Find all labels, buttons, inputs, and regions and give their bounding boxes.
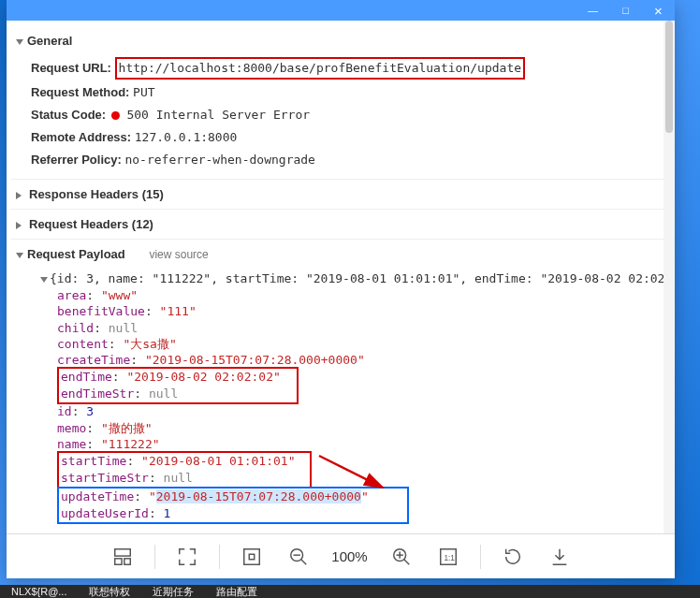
status-code-label: Status Code: xyxy=(31,108,106,122)
svg-rect-3 xyxy=(124,558,129,563)
request-payload-toggle[interactable]: Request Payload view source xyxy=(10,239,671,265)
taskbar-item[interactable]: NLX${R@... xyxy=(11,586,66,597)
zoom-in-icon[interactable] xyxy=(386,542,416,572)
svg-line-7 xyxy=(300,559,306,564)
request-url-value: http://localhost:8000/base/profBenefitEv… xyxy=(119,61,521,75)
zoom-out-icon[interactable] xyxy=(284,542,314,572)
svg-rect-2 xyxy=(114,558,121,563)
titlebar: — □ × xyxy=(7,0,675,21)
endtime-highlight: endTime: "2019-08-02 02:02:02" endTimeSt… xyxy=(57,367,299,404)
section-title: Request Headers (12) xyxy=(29,217,153,231)
payload-tree: {id: 3, name: "111222", startTime: "2019… xyxy=(10,265,671,524)
prop-updateUserId: updateUserId: 1 xyxy=(61,506,170,520)
close-button[interactable]: × xyxy=(642,0,675,21)
chevron-down-icon xyxy=(40,277,48,283)
actual-size-icon[interactable]: 1:1 xyxy=(433,542,463,572)
prop-startTime: startTime: "2019-08-01 01:01:01" xyxy=(61,454,295,468)
starttime-highlight: startTime: "2019-08-01 01:01:01" startTi… xyxy=(57,451,312,489)
taskbar-item[interactable]: 联想特权 xyxy=(89,585,130,598)
section-title: Request Payload xyxy=(27,247,125,261)
prop-startTimeStr: startTimeStr: null xyxy=(61,471,193,485)
image-viewer-toolbar: 100% 1:1 xyxy=(7,533,675,578)
prop-updateTime: updateTime: "2019-08-15T07:07:28.000+000… xyxy=(61,489,369,503)
fit-page-icon[interactable] xyxy=(237,542,267,572)
chevron-right-icon xyxy=(16,222,25,229)
view-source-link[interactable]: view source xyxy=(149,248,208,261)
chevron-down-icon xyxy=(16,39,23,45)
section-title: Response Headers (15) xyxy=(29,187,164,201)
layout-icon[interactable] xyxy=(108,542,138,572)
prop-content: content: "大sa撒" xyxy=(57,336,671,352)
prop-child: child: null xyxy=(57,320,671,336)
request-url-highlight: http://localhost:8000/base/profBenefitEv… xyxy=(115,57,525,80)
svg-rect-1 xyxy=(114,548,130,555)
response-headers-toggle[interactable]: Response Headers (15) xyxy=(10,179,671,205)
minimize-button[interactable]: — xyxy=(576,0,609,21)
taskbar: NLX${R@... 联想特权 近期任务 路由配置 xyxy=(0,585,700,598)
remote-address-label: Remote Address: xyxy=(31,130,131,144)
prop-area: area: "www" xyxy=(57,287,671,303)
status-code-value: 500 Internal Server Error xyxy=(126,108,310,122)
headers-panel: General Request URL: http://localhost:80… xyxy=(7,21,675,533)
chevron-down-icon xyxy=(16,253,23,258)
fullscreen-icon[interactable] xyxy=(172,542,202,572)
prop-endTimeStr: endTimeStr: null xyxy=(61,387,178,401)
request-url-label: Request URL: xyxy=(31,61,111,75)
vertical-scrollbar[interactable] xyxy=(664,21,675,533)
prop-memo: memo: "撒的撒" xyxy=(57,420,671,436)
prop-name: name: "111222" xyxy=(57,436,671,452)
devtools-window: — □ × General Request URL: http://localh… xyxy=(7,0,675,578)
download-icon[interactable] xyxy=(545,542,575,572)
zoom-level: 100% xyxy=(330,548,370,564)
maximize-button[interactable]: □ xyxy=(609,0,642,21)
general-block: Request URL: http://localhost:8000/base/… xyxy=(10,51,671,175)
taskbar-item[interactable]: 路由配置 xyxy=(216,585,257,598)
svg-text:1:1: 1:1 xyxy=(444,553,455,562)
payload-summary-text: {id: 3, name: "111222", startTime: "2019… xyxy=(50,271,671,285)
updatetime-highlight: updateTime: "2019-08-15T07:07:28.000+000… xyxy=(57,487,409,524)
request-method-label: Request Method: xyxy=(31,85,129,99)
general-section-toggle[interactable]: General xyxy=(10,30,671,51)
payload-summary-line[interactable]: {id: 3, name: "111222", startTime: "2019… xyxy=(40,270,671,287)
section-title: General xyxy=(27,34,72,48)
status-error-icon xyxy=(111,111,120,120)
prop-benefitValue: benefitValue: "111" xyxy=(57,303,671,319)
taskbar-item[interactable]: 近期任务 xyxy=(153,585,194,598)
prop-createTime: createTime: "2019-08-15T07:07:28.000+000… xyxy=(57,352,671,368)
referrer-policy-label: Referrer Policy: xyxy=(31,153,122,167)
chevron-right-icon xyxy=(16,192,25,199)
svg-rect-4 xyxy=(243,548,259,564)
prop-endTime: endTime: "2019-08-02 02:02:02" xyxy=(61,370,281,384)
remote-address-value: 127.0.0.1:8000 xyxy=(135,130,238,144)
svg-rect-5 xyxy=(249,554,255,560)
request-method-value: PUT xyxy=(133,85,154,99)
referrer-policy-value: no-referrer-when-downgrade xyxy=(124,153,315,167)
svg-line-10 xyxy=(403,559,409,564)
request-headers-toggle[interactable]: Request Headers (12) xyxy=(10,209,671,235)
prop-id: id: 3 xyxy=(57,403,671,419)
rotate-icon[interactable] xyxy=(498,542,528,572)
selected-text: 2019-08-15T07:07:28.000+0000 xyxy=(156,489,361,503)
